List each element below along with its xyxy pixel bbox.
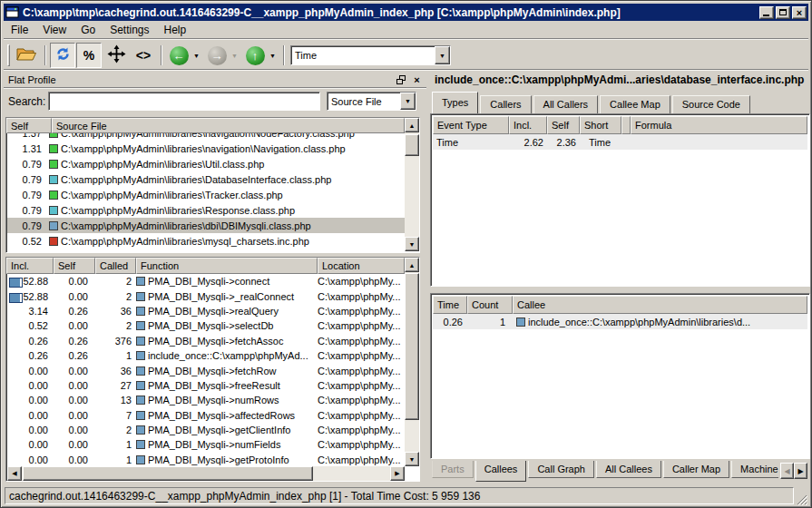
forward-dropdown[interactable]: ▼: [229, 43, 240, 68]
tab-call-graph[interactable]: Call Graph: [528, 461, 594, 478]
function-row[interactable]: 0.26 0.26 376 PMA_DBI_Mysqli->fetchAssoc…: [7, 334, 405, 348]
column-header-incl[interactable]: Incl.: [509, 116, 547, 134]
function-table-vscrollbar[interactable]: ▲ ▼: [405, 258, 419, 466]
up-dropdown[interactable]: ▼: [267, 43, 279, 68]
function-row[interactable]: 52.88 0.00 2 PMA_DBI_Mysqli->connect C:\…: [7, 274, 405, 288]
tab-parts[interactable]: Parts: [432, 461, 474, 478]
function-row[interactable]: 0.00 0.00 1 PMA_DBI_Mysqli->numFields C:…: [7, 437, 405, 452]
dock-close-button[interactable]: ×: [410, 73, 424, 86]
source-row[interactable]: 0.79 C:\xampp\phpMyAdmin\libraries\Respo…: [7, 202, 405, 218]
dock-float-button[interactable]: [394, 73, 407, 86]
source-row[interactable]: 0.79 C:\xampp\phpMyAdmin\libraries\Util.…: [7, 156, 405, 171]
combo-dropdown-icon[interactable]: ▼: [400, 93, 416, 110]
menu-file[interactable]: File: [4, 22, 35, 38]
source-row[interactable]: 1.31 C:\xampp\phpMyAdmin\libraries\navig…: [7, 141, 405, 156]
toolbar-handle[interactable]: [7, 44, 10, 66]
scroll-down-icon[interactable]: ▼: [405, 237, 419, 251]
column-header-self[interactable]: Self: [547, 116, 580, 134]
up-button[interactable]: ↑: [243, 43, 267, 68]
relative-to-parent-button[interactable]: [103, 43, 129, 68]
menu-settings[interactable]: Settings: [103, 22, 156, 38]
function-row[interactable]: 0.00 0.00 7 PMA_DBI_Mysqli->affectedRows…: [7, 408, 405, 423]
tab-scroll-right-icon[interactable]: ▶: [794, 463, 807, 479]
scroll-up-icon[interactable]: ▲: [405, 118, 419, 132]
source-file-path: C:\xampp\phpMyAdmin\libraries\Util.class…: [61, 159, 264, 170]
function-row[interactable]: 0.00 0.00 2 PMA_DBI_Mysqli->getClientInf…: [7, 423, 405, 437]
forward-button[interactable]: →: [205, 43, 229, 68]
tab-callees[interactable]: Callees: [475, 461, 527, 482]
dock-title-bar[interactable]: Flat Profile ×: [4, 72, 426, 88]
reload-button[interactable]: [50, 43, 75, 68]
resize-grip[interactable]: [796, 493, 807, 504]
scroll-left-icon[interactable]: ◀: [7, 466, 22, 481]
function-row[interactable]: 0.26 0.26 1 include_once::C:\xampp\phpMy…: [7, 348, 405, 363]
function-row[interactable]: 0.00 0.00 1 PMA_DBI_Mysqli->getProtoInfo…: [7, 453, 405, 466]
relative-cost-button[interactable]: %: [76, 43, 102, 68]
title-bar[interactable]: C:\xampp\tmp\cachegrind.out.1416463299-C…: [4, 4, 808, 21]
column-header-self[interactable]: Self: [6, 118, 52, 133]
column-header-count[interactable]: Count: [467, 296, 513, 314]
column-header-self[interactable]: Self: [54, 258, 95, 274]
source-row[interactable]: 0.52 C:\xampp\phpMyAdmin\libraries\mysql…: [7, 233, 405, 249]
menu-go[interactable]: Go: [73, 22, 103, 38]
function-row[interactable]: 52.88 0.00 2 PMA_DBI_Mysqli->_realConnec…: [7, 288, 405, 303]
scrollbar-thumb[interactable]: [23, 466, 313, 481]
source-row-selected[interactable]: 0.79 C:\xampp\phpMyAdmin\libraries\dbi\D…: [7, 218, 405, 233]
column-header-function[interactable]: Function: [136, 258, 318, 274]
open-file-button[interactable]: [14, 43, 39, 68]
maximize-button[interactable]: [776, 6, 790, 19]
source-list-vscrollbar[interactable]: ▲ ▼: [405, 118, 419, 251]
function-row[interactable]: 0.00 0.00 13 PMA_DBI_Mysqli->numRows C:\…: [7, 393, 405, 407]
up-icon: ↑: [252, 50, 259, 62]
tab-types[interactable]: Types: [432, 92, 478, 113]
horizontal-splitter[interactable]: [430, 287, 810, 293]
source-row[interactable]: 0.79 C:\xampp\phpMyAdmin\libraries\Datab…: [7, 171, 405, 187]
search-input[interactable]: [48, 92, 320, 111]
event-type-combo[interactable]: Time ▼: [290, 45, 451, 65]
tab-all-callers[interactable]: All Callers: [533, 95, 599, 113]
tab-scroll-left-icon[interactable]: ◀: [780, 463, 794, 479]
menu-view[interactable]: View: [35, 22, 73, 38]
tab-caller-map[interactable]: Caller Map: [663, 461, 729, 478]
shorten-templates-button[interactable]: <>: [131, 43, 156, 68]
source-row[interactable]: 0.79 C:\xampp\phpMyAdmin\libraries\Track…: [7, 187, 405, 202]
column-header-called[interactable]: Called: [95, 258, 136, 274]
source-row[interactable]: 1.37 C:\xampp\phpMyAdmin\libraries\navig…: [7, 133, 405, 141]
column-header-source-file[interactable]: Source File: [52, 118, 405, 133]
function-row[interactable]: 0.00 0.00 36 PMA_DBI_Mysqli->fetchRow C:…: [7, 363, 405, 377]
column-header-location[interactable]: Location: [318, 258, 405, 274]
source-list-viewport: 1.37 C:\xampp\phpMyAdmin\libraries\navig…: [7, 133, 405, 251]
minimize-button[interactable]: [759, 6, 774, 19]
grouping-combo[interactable]: Source File ▼: [327, 92, 416, 111]
back-dropdown[interactable]: ▼: [191, 43, 202, 68]
scrollbar-thumb[interactable]: [405, 134, 419, 156]
source-row[interactable]: 0.52 C:\xampp\phpMyAdmin\libraries\user_…: [7, 249, 405, 251]
tab-source-code[interactable]: Source Code: [672, 95, 750, 113]
column-header-short[interactable]: Short: [580, 116, 621, 134]
combo-dropdown-icon[interactable]: ▼: [435, 46, 450, 64]
source-file-path: C:\xampp\phpMyAdmin\libraries\Tracker.cl…: [61, 190, 283, 200]
scroll-down-icon[interactable]: ▼: [405, 452, 419, 466]
function-row[interactable]: 3.14 0.26 36 PMA_DBI_Mysqli->realQuery C…: [7, 304, 405, 318]
column-header-time[interactable]: Time: [433, 296, 467, 314]
tab-callee-map[interactable]: Callee Map: [600, 95, 670, 113]
tab-callers[interactable]: Callers: [480, 95, 531, 113]
column-header-incl[interactable]: Incl.: [6, 258, 54, 274]
function-row[interactable]: 0.52 0.00 2 PMA_DBI_Mysqli->selectDb C:\…: [7, 318, 405, 333]
scroll-up-icon[interactable]: ▲: [405, 258, 419, 272]
close-button[interactable]: ×: [792, 6, 807, 19]
function-table-header: Incl. Self Called Function Location: [6, 258, 405, 274]
scrollbar-thumb[interactable]: [405, 273, 419, 420]
tab-machine-code[interactable]: Machine: [731, 461, 778, 478]
scroll-right-icon[interactable]: ▶: [390, 466, 405, 481]
tab-all-callees[interactable]: All Callees: [596, 461, 661, 478]
callee-row[interactable]: 0.26 1 include_once::C:\xampp\phpMyAdmin…: [433, 314, 807, 329]
event-type-row[interactable]: Time 2.62 2.36 Time: [433, 134, 807, 150]
column-header-callee[interactable]: Callee: [513, 296, 807, 314]
menu-help[interactable]: Help: [157, 22, 194, 38]
column-header-formula[interactable]: Formula: [631, 116, 807, 134]
column-header-event-type[interactable]: Event Type: [433, 116, 509, 134]
back-button[interactable]: ←: [167, 43, 191, 68]
function-table-hscrollbar[interactable]: ◀ ▶: [7, 466, 405, 481]
function-row[interactable]: 0.00 0.00 27 PMA_DBI_Mysqli->freeResult …: [7, 378, 405, 393]
